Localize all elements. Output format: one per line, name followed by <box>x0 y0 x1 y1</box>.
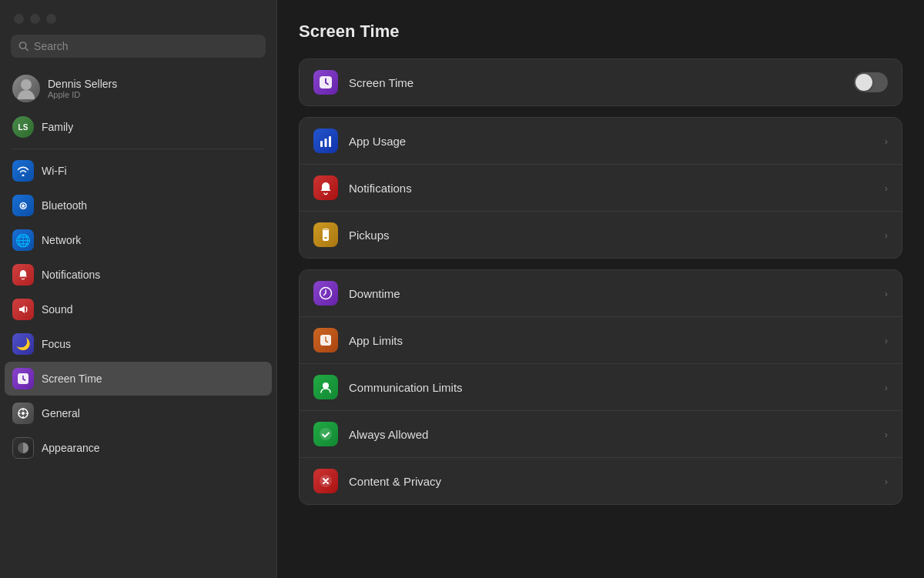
close-button[interactable] <box>14 14 24 24</box>
avatar <box>12 75 40 102</box>
sidebar-item-network[interactable]: 🌐 Network <box>5 223 272 257</box>
sidebar-item-sound[interactable]: Sound <box>5 292 272 326</box>
sidebar-item-label: General <box>42 407 80 419</box>
always-allowed-icon <box>313 422 338 446</box>
app-limits-icon <box>313 328 338 352</box>
screen-time-main-icon <box>313 70 338 95</box>
search-icon <box>18 41 28 52</box>
sidebar-user-section: Dennis Sellers Apple ID LS Family Wi-Fi <box>0 68 276 466</box>
sidebar-item-label: Screen Time <box>42 373 102 385</box>
downtime-row[interactable]: Downtime › <box>300 270 902 316</box>
network-icon: 🌐 <box>12 229 34 251</box>
maximize-button[interactable] <box>46 14 56 24</box>
sidebar-item-label: Focus <box>42 338 71 350</box>
notifications-row-label: Notifications <box>349 182 874 195</box>
user-info: Dennis Sellers Apple ID <box>48 78 117 99</box>
chevron-icon: › <box>885 382 888 393</box>
family-label: Family <box>42 121 73 133</box>
svg-rect-9 <box>329 136 331 147</box>
chevron-icon: › <box>885 335 888 346</box>
sidebar-item-label: Notifications <box>42 269 100 281</box>
appearance-icon <box>12 437 34 459</box>
svg-line-1 <box>25 48 28 50</box>
svg-rect-7 <box>320 141 323 147</box>
svg-point-16 <box>320 428 332 440</box>
svg-rect-12 <box>323 229 328 230</box>
usage-card: App Usage › Notifications › <box>299 117 902 259</box>
app-usage-row[interactable]: App Usage › <box>300 118 902 164</box>
sidebar-item-label: Bluetooth <box>42 199 87 212</box>
search-input[interactable] <box>34 40 258 52</box>
family-avatar: LS <box>12 116 34 138</box>
sidebar-item-general[interactable]: General <box>5 396 272 430</box>
family-item[interactable]: LS Family <box>5 110 272 144</box>
content-privacy-icon <box>313 469 338 493</box>
sidebar-item-screen-time[interactable]: Screen Time <box>5 362 272 396</box>
content-privacy-row[interactable]: Content & Privacy › <box>300 457 902 504</box>
sidebar-item-appearance[interactable]: Appearance <box>5 431 272 465</box>
sidebar-divider-1 <box>12 149 264 149</box>
general-icon <box>12 403 34 424</box>
sidebar-item-label: Appearance <box>42 442 100 454</box>
pickups-row[interactable]: Pickups › <box>300 211 902 258</box>
notifications-row[interactable]: Notifications › <box>300 164 902 211</box>
sidebar-item-label: Network <box>42 234 81 246</box>
sidebar-item-focus[interactable]: 🌙 Focus <box>5 327 272 361</box>
comm-limits-label: Communication Limits <box>349 381 874 394</box>
svg-rect-8 <box>325 139 327 147</box>
app-usage-label: App Usage <box>349 135 874 148</box>
focus-icon: 🌙 <box>12 333 34 355</box>
minimize-button[interactable] <box>30 14 40 24</box>
user-subtitle: Apple ID <box>48 90 117 99</box>
toggle-switch[interactable] <box>854 72 888 92</box>
chevron-icon: › <box>885 429 888 440</box>
user-name: Dennis Sellers <box>48 78 117 90</box>
downtime-label: Downtime <box>349 287 874 300</box>
svg-point-15 <box>323 383 329 389</box>
sidebar-item-wifi[interactable]: Wi-Fi <box>5 154 272 188</box>
main-content: Screen Time Screen Time <box>277 0 924 578</box>
notifications-icon <box>12 264 34 286</box>
chevron-icon: › <box>885 288 888 299</box>
chevron-icon: › <box>885 476 888 487</box>
bluetooth-icon: ⍟ <box>12 195 34 216</box>
pickups-label: Pickups <box>349 229 874 242</box>
app-usage-icon <box>313 129 338 153</box>
wifi-icon <box>12 160 34 182</box>
chevron-icon: › <box>885 182 888 194</box>
sidebar: Dennis Sellers Apple ID LS Family Wi-Fi <box>0 0 277 578</box>
page-title: Screen Time <box>299 22 902 42</box>
pickups-icon <box>313 222 338 247</box>
comm-limits-icon <box>313 375 338 399</box>
sidebar-item-notifications[interactable]: Notifications <box>5 258 272 292</box>
window-controls <box>0 0 276 35</box>
chevron-icon: › <box>885 135 888 147</box>
always-allowed-row[interactable]: Always Allowed › <box>300 410 902 457</box>
svg-point-4 <box>22 412 25 415</box>
app-limits-row[interactable]: App Limits › <box>300 316 902 363</box>
screen-time-row-label: Screen Time <box>349 76 843 89</box>
always-allowed-label: Always Allowed <box>349 428 874 441</box>
downtime-icon <box>313 281 338 306</box>
limits-card: Downtime › App Limits › Communicatio <box>299 269 902 505</box>
screen-time-row[interactable]: Screen Time <box>300 59 902 105</box>
screen-time-card: Screen Time <box>299 58 902 106</box>
content-privacy-label: Content & Privacy <box>349 475 874 488</box>
sidebar-item-label: Sound <box>42 303 72 316</box>
comm-limits-row[interactable]: Communication Limits › <box>300 363 902 410</box>
app-limits-label: App Limits <box>349 334 874 347</box>
svg-rect-10 <box>323 229 329 241</box>
notifications-main-icon <box>313 175 338 200</box>
sound-icon <box>12 299 34 320</box>
svg-rect-11 <box>324 237 327 239</box>
sidebar-item-label: Wi-Fi <box>42 165 67 177</box>
screen-time-toggle[interactable] <box>854 72 888 92</box>
screentime-icon <box>12 368 34 389</box>
chevron-icon: › <box>885 229 888 241</box>
sidebar-item-bluetooth[interactable]: ⍟ Bluetooth <box>5 189 272 222</box>
search-bar[interactable] <box>11 35 266 58</box>
user-apple-id[interactable]: Dennis Sellers Apple ID <box>5 68 272 109</box>
